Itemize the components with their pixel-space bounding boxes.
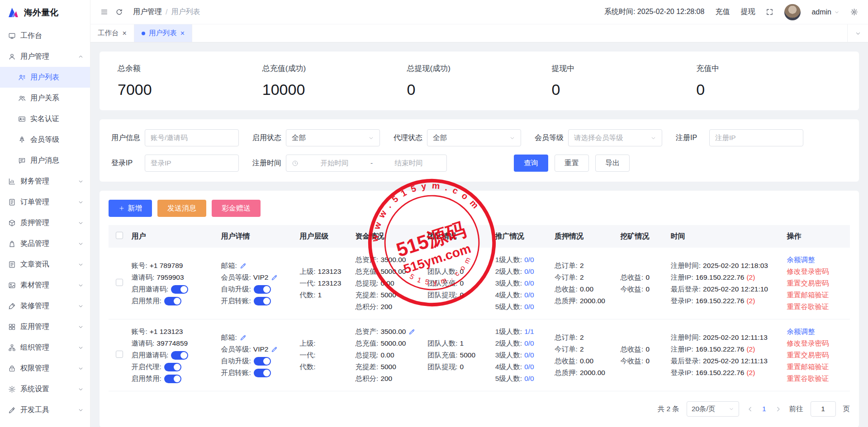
sidebar-item-system-settings[interactable]: 系统设置 — [0, 379, 90, 399]
sidebar-item-material-management[interactable]: 素材管理 — [0, 275, 90, 296]
level4-count-link[interactable]: 0/0 — [524, 361, 534, 373]
reset-email-verify-link[interactable]: 重置邮箱验证 — [787, 361, 847, 373]
level3-count-link[interactable]: 0/0 — [524, 349, 534, 361]
level4-count-link[interactable]: 0/0 — [524, 289, 534, 301]
level3-count-link[interactable]: 0/0 — [524, 277, 534, 289]
edit-email-icon[interactable] — [240, 334, 247, 341]
search-button[interactable]: 查询 — [514, 155, 548, 172]
enable-disable-toggle[interactable] — [164, 297, 181, 305]
reset-button[interactable]: 重置 — [555, 155, 589, 172]
page-size-select[interactable]: 20条/页 — [687, 401, 739, 417]
chevron-down-icon — [78, 262, 84, 267]
transfer-toggle[interactable] — [254, 297, 271, 305]
edit-level-icon[interactable] — [271, 274, 278, 281]
login-ip-input[interactable] — [145, 155, 239, 172]
tab-close-icon[interactable]: × — [180, 30, 185, 37]
tab-workbench[interactable]: 工作台 × — [90, 24, 134, 42]
register-time-range-picker[interactable]: 开始时间 - 结束时间 — [286, 155, 447, 172]
sidebar-item-user-list[interactable]: 用户列表 — [0, 67, 90, 88]
system-time: 系统时间: 2025-02-20 12:28:08 — [604, 7, 704, 17]
tab-close-icon[interactable]: × — [123, 30, 127, 37]
reset-trade-password-link[interactable]: 重置交易密码 — [787, 277, 847, 289]
agent-toggle[interactable] — [164, 363, 181, 371]
sidebar-item-pledge-management[interactable]: 质押管理 — [0, 212, 90, 233]
fullscreen-icon[interactable] — [766, 8, 773, 16]
sidebar-item-app-management[interactable]: 应用管理 — [0, 316, 90, 337]
sidebar-item-prize-management[interactable]: 奖品管理 — [0, 233, 90, 254]
change-login-password-link[interactable]: 修改登录密码 — [787, 266, 847, 277]
sidebar-item-member-level[interactable]: 会员等级 — [0, 129, 90, 150]
chevron-down-icon — [78, 303, 84, 309]
current-page[interactable]: 1 — [761, 405, 767, 413]
row-checkbox[interactable] — [116, 279, 123, 286]
col-header-promotion: 推广情况 — [493, 225, 552, 248]
prev-page-button[interactable] — [746, 405, 754, 413]
row-checkbox[interactable] — [116, 351, 123, 358]
level2-count-link[interactable]: 0/0 — [524, 338, 534, 349]
register-ip-count[interactable]: (2) — [746, 272, 755, 283]
recharge-link[interactable]: 充值 — [715, 7, 730, 17]
level5-count-link[interactable]: 0/0 — [524, 373, 534, 385]
edit-email-icon[interactable] — [240, 263, 247, 269]
prize-icon — [8, 240, 16, 248]
bonus-gift-button[interactable]: 彩金赠送 — [212, 200, 261, 217]
sidebar-item-dev-tools[interactable]: 开发工具 — [0, 399, 90, 420]
enable-status-select[interactable]: 全部 — [286, 129, 380, 146]
send-message-button[interactable]: 发送消息 — [157, 200, 206, 217]
withdraw-link[interactable]: 提现 — [740, 7, 755, 17]
tab-user-list[interactable]: 用户列表 × — [134, 24, 192, 42]
breadcrumb-level1[interactable]: 用户管理 — [133, 7, 162, 17]
agent-status-select[interactable]: 全部 — [427, 129, 521, 146]
avatar[interactable] — [784, 4, 801, 20]
col-header-team: 团队情况 — [425, 225, 493, 248]
transfer-toggle[interactable] — [254, 369, 271, 377]
balance-adjust-link[interactable]: 余额调整 — [787, 254, 847, 266]
tool-icon — [8, 406, 16, 414]
login-ip-count[interactable]: (2) — [746, 295, 755, 307]
login-ip-count[interactable]: (2) — [746, 367, 755, 379]
register-ip-count[interactable]: (2) — [746, 343, 755, 355]
collapse-menu-icon[interactable] — [100, 8, 108, 16]
sidebar-item-decoration-management[interactable]: 装修管理 — [0, 296, 90, 316]
sidebar-item-user-messages[interactable]: 用户消息 — [0, 150, 90, 171]
sidebar-item-organization-management[interactable]: 组织管理 — [0, 337, 90, 358]
reset-google-verify-link[interactable]: 重置谷歌验证 — [787, 373, 847, 385]
change-login-password-link[interactable]: 修改登录密码 — [787, 338, 847, 349]
sidebar-item-article-info[interactable]: 文章资讯 — [0, 254, 90, 275]
level1-count-link[interactable]: 0/0 — [524, 254, 534, 266]
sidebar-item-real-name-auth[interactable]: 实名认证 — [0, 108, 90, 129]
reset-google-verify-link[interactable]: 重置谷歌验证 — [787, 301, 847, 313]
edit-assets-icon[interactable] — [408, 328, 415, 335]
next-page-button[interactable] — [774, 405, 782, 413]
level5-count-link[interactable]: 0/0 — [524, 301, 534, 313]
sidebar-item-permission-management[interactable]: 权限管理 — [0, 358, 90, 379]
export-button[interactable]: 导出 — [595, 155, 630, 172]
select-all-checkbox[interactable] — [116, 232, 123, 239]
tab-overflow-button[interactable] — [847, 24, 868, 42]
sidebar-item-finance-management[interactable]: 财务管理 — [0, 171, 90, 192]
balance-adjust-link[interactable]: 余额调整 — [787, 326, 847, 338]
sidebar-item-order-management[interactable]: 订单管理 — [0, 192, 90, 212]
enable-disable-toggle[interactable] — [164, 375, 181, 383]
user-menu[interactable]: admin — [811, 8, 840, 16]
user-info-input[interactable] — [145, 129, 239, 146]
invite-code-toggle[interactable] — [171, 285, 188, 294]
reset-trade-password-link[interactable]: 重置交易密码 — [787, 349, 847, 361]
invite-code-toggle[interactable] — [171, 351, 188, 360]
register-ip-input[interactable] — [709, 129, 803, 146]
auto-upgrade-toggle[interactable] — [254, 357, 271, 366]
sidebar-item-user-relations[interactable]: 用户关系 — [0, 88, 90, 108]
auto-upgrade-toggle[interactable] — [254, 285, 271, 294]
edit-level-icon[interactable] — [271, 346, 278, 353]
settings-gear-icon[interactable] — [850, 8, 858, 16]
sidebar-item-user-management[interactable]: 用户管理 — [0, 46, 90, 67]
level2-count-link[interactable]: 0/0 — [524, 266, 534, 277]
sidebar-item-workbench[interactable]: 工作台 — [0, 25, 90, 46]
reset-email-verify-link[interactable]: 重置邮箱验证 — [787, 289, 847, 301]
table-header-row: 用户 用户详情 用户层级 资金情况 团队情况 推广情况 质押情况 挖矿情况 时间… — [109, 225, 850, 248]
add-user-button[interactable]: 新增 — [109, 200, 152, 217]
refresh-icon[interactable] — [115, 8, 123, 16]
goto-page-input[interactable] — [811, 401, 836, 417]
member-level-select[interactable]: 请选择会员等级 — [568, 129, 662, 146]
level1-count-link[interactable]: 1/1 — [524, 326, 534, 338]
